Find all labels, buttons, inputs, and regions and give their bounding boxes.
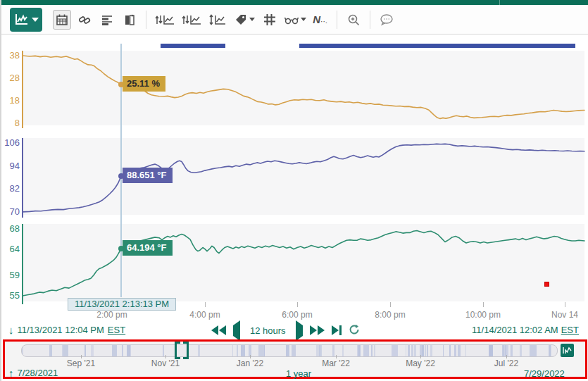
range-slider-handle[interactable]: [175, 342, 192, 359]
end-timezone-link[interactable]: EST: [561, 325, 579, 335]
plot-area-temp-2[interactable]: [23, 224, 584, 301]
grid-icon: [263, 13, 277, 27]
scale-updown-chart-icon: [181, 13, 202, 27]
link-icon: [77, 13, 92, 27]
data-density-stripe: [406, 345, 407, 356]
month-label: Jan '22: [237, 358, 263, 368]
data-density-stripe: [458, 345, 461, 356]
x-axis-label: 4:00 pm: [189, 310, 220, 320]
time-span-label[interactable]: 12 hours: [247, 325, 289, 336]
data-density-stripe: [430, 345, 432, 356]
end-time-control[interactable]: 11/14/2021 12:02 AM EST: [472, 325, 579, 335]
cursor-value-label: 25.11 %: [123, 76, 165, 92]
data-density-stripe: [549, 345, 551, 356]
strip-divider: [499, 0, 500, 5]
data-density-stripe: [342, 345, 344, 356]
range-start-date-text[interactable]: 7/28/2021: [18, 368, 58, 378]
y-axis-tick-label: 28: [1, 73, 20, 84]
plot-area-percent[interactable]: [23, 51, 584, 125]
month-label: Sep '21: [67, 358, 95, 368]
calendar-button[interactable]: [53, 10, 71, 30]
details-button[interactable]: [98, 10, 116, 30]
data-density-stripe: [520, 345, 522, 356]
mini-trend-icon: [563, 346, 572, 354]
step-forward-fast-button[interactable]: [310, 325, 325, 335]
values-mode-button[interactable]: N··.: [311, 10, 330, 30]
link-button[interactable]: [75, 10, 94, 30]
plot-area-temp-1[interactable]: [23, 138, 584, 215]
step-forward-button[interactable]: [296, 325, 303, 336]
start-time-control[interactable]: ↓ 11/13/2021 12:04 PM EST: [8, 325, 125, 335]
step-back-fast-button[interactable]: [211, 325, 226, 335]
x-axis-tick: [297, 302, 298, 307]
step-back-button[interactable]: [233, 325, 240, 336]
scale-vertical-chart-icon: [208, 13, 227, 27]
zoom-button[interactable]: [344, 10, 363, 30]
book-icon: [123, 13, 137, 27]
data-density-stripe: [374, 345, 376, 356]
y-axis-tick-label: 94: [1, 161, 20, 172]
trend-viewer-window: N··. 11/13/2021 2:13:13 PM ↓ 11/: [0, 0, 588, 381]
range-start-date[interactable]: ↑ 7/28/2021: [8, 368, 58, 378]
display-type-button[interactable]: [10, 8, 42, 32]
scale-updown-chart-icon: [154, 13, 175, 27]
scale-all-trends-button[interactable]: [154, 10, 176, 30]
tag-button[interactable]: [232, 10, 256, 30]
x-axis-label: 10:00 pm: [465, 310, 501, 320]
comment-button[interactable]: [377, 10, 396, 30]
down-arrow-icon: ↓: [8, 325, 14, 335]
autoscale-button[interactable]: [207, 10, 228, 30]
refresh-icon: [349, 324, 360, 335]
mini-trend-button[interactable]: [561, 344, 574, 357]
data-density-stripe: [232, 345, 234, 356]
data-density-stripe: [286, 345, 290, 356]
refresh-button[interactable]: [349, 324, 360, 337]
y-axis-tick-label: 82: [1, 183, 20, 194]
calendar-icon: [55, 13, 69, 27]
y-axis-tick-label: 18: [1, 95, 20, 106]
start-timezone-link[interactable]: EST: [108, 325, 125, 335]
title-strip: [1, 0, 588, 5]
book-button[interactable]: [120, 10, 139, 30]
y-axis-tick-label: 59: [1, 270, 20, 281]
go-to-now-button[interactable]: [332, 325, 342, 335]
up-arrow-icon: ↑: [8, 368, 14, 378]
month-label: May '22: [406, 358, 435, 368]
data-density-stripe: [91, 345, 94, 356]
data-density-stripe: [163, 345, 164, 356]
cursor-value-label: 64.194 °F: [123, 240, 173, 256]
chevron-down-icon: [301, 18, 306, 21]
data-density-stripe: [427, 345, 428, 356]
view-options-button[interactable]: [283, 10, 307, 30]
data-density-stripe: [530, 345, 537, 356]
range-end-date[interactable]: 7/29/2022: [524, 368, 565, 379]
data-density-stripe: [492, 345, 493, 356]
toolbar-separator: [146, 11, 146, 29]
data-density-stripe: [411, 345, 413, 356]
toolbar-separator: [370, 11, 370, 29]
x-axis-tick: [483, 302, 484, 307]
handle-left-bracket[interactable]: [175, 342, 180, 359]
month-label: Nov '21: [151, 358, 180, 368]
gridlines-button[interactable]: [261, 10, 279, 30]
handle-right-bracket[interactable]: [183, 342, 189, 359]
data-density-stripe: [22, 345, 23, 356]
data-density-stripe: [454, 345, 456, 356]
range-span-label[interactable]: 1 year: [286, 368, 311, 379]
chevron-down-icon: [249, 18, 255, 21]
start-time-text[interactable]: 11/13/2021 12:04 PM: [18, 325, 104, 335]
toolbar: N··.: [1, 5, 588, 35]
cursor-timestamp-tooltip: 11/13/2021 2:13:13 PM: [68, 298, 176, 311]
range-slider-track[interactable]: [21, 344, 558, 357]
data-density-stripe: [319, 345, 321, 356]
cursor-value-label: 88.651 °F: [123, 168, 173, 183]
end-time-text[interactable]: 11/14/2021 12:02 AM: [472, 325, 558, 335]
data-density-stripe: [292, 345, 296, 356]
y-axis-tick-label: 64: [1, 244, 20, 255]
data-density-stripe: [511, 345, 513, 356]
x-axis-tick: [205, 302, 206, 307]
scale-selected-trend-button[interactable]: [180, 10, 203, 30]
data-density-stripe: [502, 345, 505, 356]
x-axis-label: Nov 14: [551, 310, 578, 320]
data-density-stripe: [316, 345, 319, 356]
